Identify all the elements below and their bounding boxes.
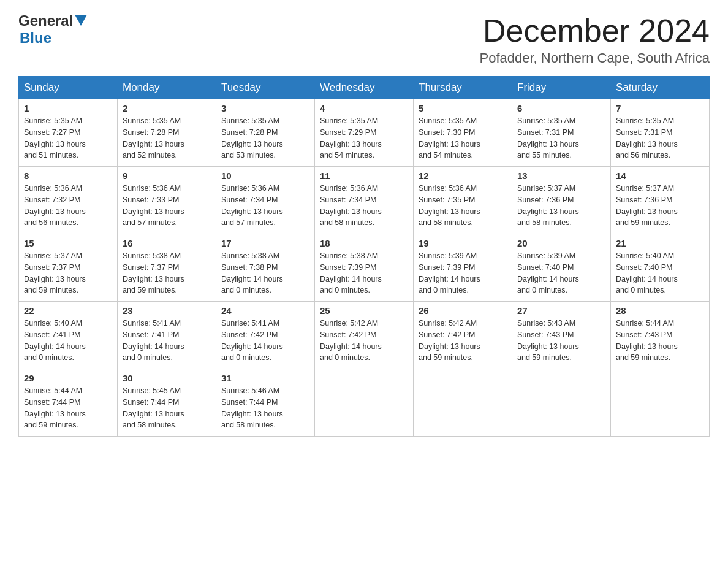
table-row: 27 Sunrise: 5:43 AMSunset: 7:43 PMDaylig… <box>512 302 611 369</box>
day-number: 11 <box>320 170 408 181</box>
table-row: 31 Sunrise: 5:46 AMSunset: 7:44 PMDaylig… <box>216 369 315 437</box>
day-number: 30 <box>123 373 211 383</box>
day-info: Sunrise: 5:36 AMSunset: 7:34 PMDaylight:… <box>221 183 309 229</box>
day-info: Sunrise: 5:37 AMSunset: 7:36 PMDaylight:… <box>616 183 704 229</box>
table-row: 30 Sunrise: 5:45 AMSunset: 7:44 PMDaylig… <box>118 369 216 437</box>
day-info: Sunrise: 5:44 AMSunset: 7:44 PMDaylight:… <box>24 385 112 431</box>
day-info: Sunrise: 5:36 AMSunset: 7:34 PMDaylight:… <box>320 183 408 229</box>
day-info: Sunrise: 5:41 AMSunset: 7:42 PMDaylight:… <box>221 318 309 364</box>
calendar-header-row: Sunday Monday Tuesday Wednesday Thursday… <box>19 77 710 99</box>
day-number: 14 <box>616 170 704 181</box>
day-number: 13 <box>517 170 605 181</box>
table-row: 21 Sunrise: 5:40 AMSunset: 7:40 PMDaylig… <box>611 234 710 302</box>
day-info: Sunrise: 5:42 AMSunset: 7:42 PMDaylight:… <box>320 318 408 364</box>
day-info: Sunrise: 5:45 AMSunset: 7:44 PMDaylight:… <box>123 385 211 431</box>
day-number: 9 <box>123 170 211 181</box>
day-info: Sunrise: 5:35 AMSunset: 7:30 PMDaylight:… <box>419 115 507 161</box>
calendar-table: Sunday Monday Tuesday Wednesday Thursday… <box>18 76 710 437</box>
calendar-week-row: 15 Sunrise: 5:37 AMSunset: 7:37 PMDaylig… <box>19 234 710 302</box>
col-tuesday: Tuesday <box>216 77 315 99</box>
day-number: 25 <box>320 305 408 316</box>
day-number: 4 <box>320 103 408 113</box>
table-row: 10 Sunrise: 5:36 AMSunset: 7:34 PMDaylig… <box>216 167 315 234</box>
location-title: Pofadder, Northern Cape, South Africa <box>480 50 710 66</box>
col-wednesday: Wednesday <box>315 77 414 99</box>
table-row: 29 Sunrise: 5:44 AMSunset: 7:44 PMDaylig… <box>19 369 118 437</box>
table-row: 18 Sunrise: 5:38 AMSunset: 7:39 PMDaylig… <box>315 234 414 302</box>
day-info: Sunrise: 5:37 AMSunset: 7:36 PMDaylight:… <box>517 183 605 229</box>
logo-text-blue: Blue <box>20 29 51 47</box>
table-row <box>414 369 512 437</box>
logo: General Blue <box>18 12 87 47</box>
calendar-week-row: 29 Sunrise: 5:44 AMSunset: 7:44 PMDaylig… <box>19 369 710 437</box>
day-info: Sunrise: 5:35 AMSunset: 7:28 PMDaylight:… <box>123 115 211 161</box>
day-info: Sunrise: 5:35 AMSunset: 7:31 PMDaylight:… <box>517 115 605 161</box>
table-row: 2 Sunrise: 5:35 AMSunset: 7:28 PMDayligh… <box>118 99 216 167</box>
day-number: 6 <box>517 103 605 113</box>
day-info: Sunrise: 5:35 AMSunset: 7:27 PMDaylight:… <box>24 115 112 161</box>
table-row: 5 Sunrise: 5:35 AMSunset: 7:30 PMDayligh… <box>414 99 512 167</box>
table-row: 4 Sunrise: 5:35 AMSunset: 7:29 PMDayligh… <box>315 99 414 167</box>
logo-arrow-icon <box>75 15 87 27</box>
table-row: 20 Sunrise: 5:39 AMSunset: 7:40 PMDaylig… <box>512 234 611 302</box>
day-number: 29 <box>24 373 112 383</box>
col-monday: Monday <box>118 77 216 99</box>
col-saturday: Saturday <box>611 77 710 99</box>
table-row: 11 Sunrise: 5:36 AMSunset: 7:34 PMDaylig… <box>315 167 414 234</box>
day-number: 17 <box>221 238 309 248</box>
day-number: 1 <box>24 103 112 113</box>
table-row: 1 Sunrise: 5:35 AMSunset: 7:27 PMDayligh… <box>19 99 118 167</box>
calendar-week-row: 8 Sunrise: 5:36 AMSunset: 7:32 PMDayligh… <box>19 167 710 234</box>
col-thursday: Thursday <box>414 77 512 99</box>
day-info: Sunrise: 5:40 AMSunset: 7:41 PMDaylight:… <box>24 318 112 364</box>
day-info: Sunrise: 5:35 AMSunset: 7:29 PMDaylight:… <box>320 115 408 161</box>
table-row: 8 Sunrise: 5:36 AMSunset: 7:32 PMDayligh… <box>19 167 118 234</box>
table-row: 25 Sunrise: 5:42 AMSunset: 7:42 PMDaylig… <box>315 302 414 369</box>
table-row: 9 Sunrise: 5:36 AMSunset: 7:33 PMDayligh… <box>118 167 216 234</box>
day-number: 23 <box>123 305 211 316</box>
day-number: 24 <box>221 305 309 316</box>
table-row: 13 Sunrise: 5:37 AMSunset: 7:36 PMDaylig… <box>512 167 611 234</box>
day-info: Sunrise: 5:43 AMSunset: 7:43 PMDaylight:… <box>517 318 605 364</box>
calendar-week-row: 1 Sunrise: 5:35 AMSunset: 7:27 PMDayligh… <box>19 99 710 167</box>
table-row: 3 Sunrise: 5:35 AMSunset: 7:28 PMDayligh… <box>216 99 315 167</box>
table-row: 23 Sunrise: 5:41 AMSunset: 7:41 PMDaylig… <box>118 302 216 369</box>
day-number: 7 <box>616 103 704 113</box>
day-info: Sunrise: 5:40 AMSunset: 7:40 PMDaylight:… <box>616 250 704 296</box>
day-number: 12 <box>419 170 507 181</box>
table-row: 7 Sunrise: 5:35 AMSunset: 7:31 PMDayligh… <box>611 99 710 167</box>
table-row: 26 Sunrise: 5:42 AMSunset: 7:42 PMDaylig… <box>414 302 512 369</box>
table-row: 15 Sunrise: 5:37 AMSunset: 7:37 PMDaylig… <box>19 234 118 302</box>
day-number: 8 <box>24 170 112 181</box>
title-section: December 2024 Pofadder, Northern Cape, S… <box>480 12 710 66</box>
table-row: 22 Sunrise: 5:40 AMSunset: 7:41 PMDaylig… <box>19 302 118 369</box>
day-number: 5 <box>419 103 507 113</box>
day-number: 26 <box>419 305 507 316</box>
table-row <box>512 369 611 437</box>
table-row: 6 Sunrise: 5:35 AMSunset: 7:31 PMDayligh… <box>512 99 611 167</box>
day-info: Sunrise: 5:38 AMSunset: 7:39 PMDaylight:… <box>320 250 408 296</box>
day-info: Sunrise: 5:38 AMSunset: 7:37 PMDaylight:… <box>123 250 211 296</box>
day-number: 18 <box>320 238 408 248</box>
table-row: 12 Sunrise: 5:36 AMSunset: 7:35 PMDaylig… <box>414 167 512 234</box>
day-info: Sunrise: 5:36 AMSunset: 7:35 PMDaylight:… <box>419 183 507 229</box>
day-info: Sunrise: 5:39 AMSunset: 7:39 PMDaylight:… <box>419 250 507 296</box>
day-info: Sunrise: 5:36 AMSunset: 7:32 PMDaylight:… <box>24 183 112 229</box>
table-row: 14 Sunrise: 5:37 AMSunset: 7:36 PMDaylig… <box>611 167 710 234</box>
table-row: 19 Sunrise: 5:39 AMSunset: 7:39 PMDaylig… <box>414 234 512 302</box>
day-number: 22 <box>24 305 112 316</box>
table-row <box>611 369 710 437</box>
day-number: 10 <box>221 170 309 181</box>
day-number: 15 <box>24 238 112 248</box>
month-title: December 2024 <box>480 12 710 49</box>
day-info: Sunrise: 5:37 AMSunset: 7:37 PMDaylight:… <box>24 250 112 296</box>
day-number: 2 <box>123 103 211 113</box>
day-number: 28 <box>616 305 704 316</box>
day-number: 3 <box>221 103 309 113</box>
day-info: Sunrise: 5:39 AMSunset: 7:40 PMDaylight:… <box>517 250 605 296</box>
day-number: 19 <box>419 238 507 248</box>
day-number: 27 <box>517 305 605 316</box>
table-row: 24 Sunrise: 5:41 AMSunset: 7:42 PMDaylig… <box>216 302 315 369</box>
table-row: 17 Sunrise: 5:38 AMSunset: 7:38 PMDaylig… <box>216 234 315 302</box>
table-row: 28 Sunrise: 5:44 AMSunset: 7:43 PMDaylig… <box>611 302 710 369</box>
